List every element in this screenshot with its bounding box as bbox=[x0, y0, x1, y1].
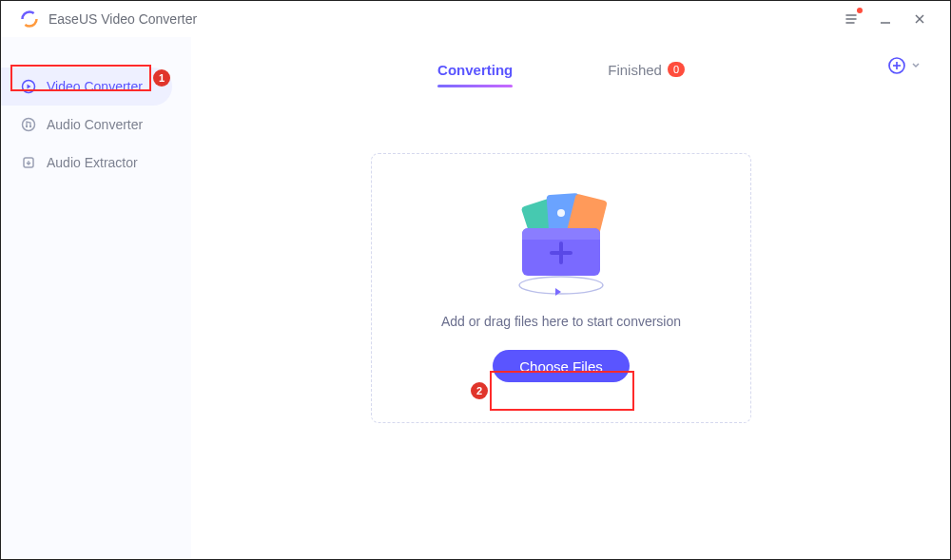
notification-dot-icon bbox=[857, 8, 863, 13]
svg-line-7 bbox=[916, 15, 923, 23]
svg-line-6 bbox=[916, 15, 923, 23]
tab-finished[interactable]: Finished 0 bbox=[608, 62, 685, 78]
app-logo-icon bbox=[20, 10, 39, 29]
sidebar-item-label: Audio Converter bbox=[47, 117, 143, 132]
svg-point-12 bbox=[29, 126, 31, 127]
svg-point-19 bbox=[557, 209, 565, 217]
svg-point-23 bbox=[519, 277, 603, 294]
tab-label: Finished bbox=[608, 62, 662, 78]
svg-point-10 bbox=[23, 119, 35, 131]
finished-count-badge: 0 bbox=[668, 62, 685, 77]
audio-icon bbox=[20, 116, 37, 133]
tabs-row: Converting Finished 0 bbox=[191, 43, 931, 96]
title-bar: EaseUS Video Converter bbox=[1, 1, 950, 37]
menu-button[interactable] bbox=[834, 6, 868, 32]
svg-marker-24 bbox=[555, 288, 561, 296]
minimize-button[interactable] bbox=[868, 6, 902, 32]
sidebar-item-audio-extractor[interactable]: Audio Extractor bbox=[1, 144, 191, 182]
svg-marker-9 bbox=[28, 85, 31, 89]
minimize-icon bbox=[879, 12, 892, 26]
hamburger-icon bbox=[844, 11, 859, 27]
main-content: Converting Finished 0 bbox=[191, 37, 950, 559]
sidebar: Video Converter Audio Converter Audio Ex… bbox=[1, 37, 191, 559]
sidebar-item-label: Audio Extractor bbox=[47, 155, 138, 170]
dropzone[interactable]: Add or drag files here to start conversi… bbox=[371, 153, 751, 423]
plus-circle-icon bbox=[887, 56, 906, 75]
tab-converting[interactable]: Converting bbox=[437, 62, 513, 78]
sidebar-item-video-converter[interactable]: Video Converter bbox=[1, 68, 172, 106]
video-icon bbox=[20, 78, 37, 95]
add-button[interactable] bbox=[887, 56, 922, 75]
sidebar-item-label: Video Converter bbox=[47, 79, 143, 94]
annotation-badge-2: 2 bbox=[471, 382, 488, 399]
close-icon bbox=[913, 12, 926, 26]
close-button[interactable] bbox=[902, 6, 937, 32]
folder-illustration-icon bbox=[495, 173, 628, 306]
app-title: EaseUS Video Converter bbox=[49, 11, 197, 27]
dropzone-hint: Add or drag files here to start conversi… bbox=[441, 314, 681, 329]
tab-label: Converting bbox=[437, 62, 513, 78]
svg-point-11 bbox=[26, 126, 28, 127]
chevron-down-icon bbox=[910, 57, 922, 74]
sidebar-item-audio-converter[interactable]: Audio Converter bbox=[1, 106, 191, 144]
extract-icon bbox=[20, 154, 37, 171]
choose-files-button[interactable]: Choose Files bbox=[493, 350, 630, 382]
